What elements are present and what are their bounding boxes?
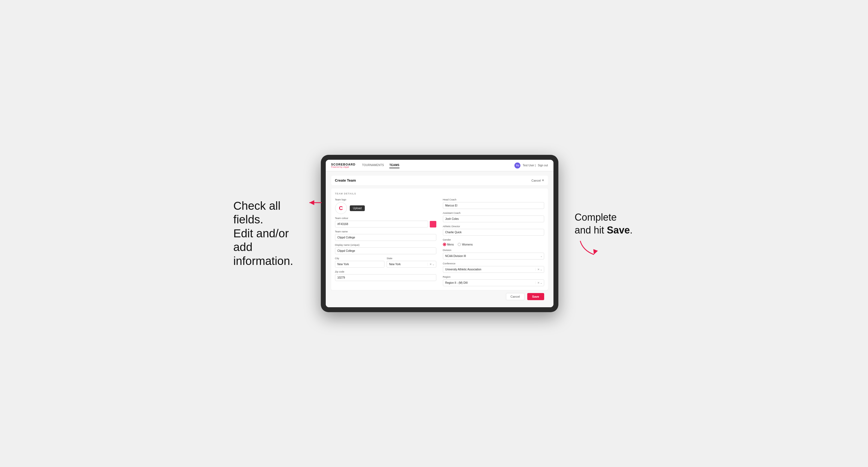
nav-logo: SCOREBOARD Powered by clippd — [331, 163, 355, 168]
form-container: TEAM DETAILS Team logo C Upload — [331, 188, 548, 290]
city-state-row: City State New York — [335, 257, 436, 268]
right-column: Head Coach Assistant Coach — [443, 198, 544, 286]
head-coach-input[interactable] — [443, 202, 544, 209]
nav-right: TU Test User | Sign out — [515, 162, 548, 168]
team-name-label: Team name — [335, 230, 436, 233]
state-value: New York — [387, 261, 428, 268]
region-group: Region Region II - (M) DIII ✕ ⌄ — [443, 276, 544, 286]
conference-chevron-button[interactable]: ⌄ — [540, 268, 542, 271]
conference-select-wrapper: University Athletic Association ✕ ⌄ — [443, 266, 544, 273]
state-actions: ✕ ⌄ — [428, 263, 436, 266]
city-state-group: City State New York — [335, 257, 436, 268]
zip-label: Zip code — [335, 270, 436, 273]
region-clear-button[interactable]: ✕ — [537, 281, 539, 284]
logo-area: C Upload — [335, 202, 436, 214]
state-group: State New York ✕ ⌄ — [386, 257, 436, 268]
zip-group: Zip code — [335, 270, 436, 281]
region-value: Region II - (M) DIII — [443, 280, 535, 286]
region-label: Region — [443, 276, 544, 278]
cancel-button[interactable]: Cancel — [506, 293, 525, 300]
conference-group: Conference University Athletic Associati… — [443, 262, 544, 273]
athletic-director-input[interactable] — [443, 229, 544, 236]
state-clear-button[interactable]: ✕ — [430, 263, 432, 266]
division-group: Division NCAA Division III ⌄ — [443, 249, 544, 259]
display-name-label: Display name (unique) — [335, 244, 436, 246]
gender-womens-label: Womens — [462, 243, 473, 246]
left-column: Team logo C Upload Team colour — [335, 198, 436, 286]
athletic-director-group: Athletic Director — [443, 225, 544, 236]
gender-mens-label: Mens — [447, 243, 454, 246]
logo-circle: C — [335, 202, 347, 214]
nav-bar: SCOREBOARD Powered by clippd TOURNAMENTS… — [326, 160, 554, 171]
page-title-bar: Create Team Cancel ✕ — [331, 176, 548, 185]
head-coach-label: Head Coach — [443, 198, 544, 201]
gender-mens-option[interactable]: Mens — [443, 243, 454, 246]
nav-link-tournaments[interactable]: TOURNAMENTS — [362, 162, 384, 168]
state-label: State — [386, 257, 436, 260]
color-swatch[interactable] — [430, 221, 436, 227]
head-coach-group: Head Coach — [443, 198, 544, 209]
assistant-coach-group: Assistant Coach — [443, 212, 544, 222]
conference-clear-button[interactable]: ✕ — [537, 268, 539, 271]
display-name-input[interactable] — [335, 247, 436, 254]
conference-value: University Athletic Association — [443, 266, 535, 273]
section-title: TEAM DETAILS — [335, 192, 544, 195]
conference-label: Conference — [443, 262, 544, 265]
left-annotation: Check all fields. Edit and/or add inform… — [234, 199, 305, 268]
content-area: Create Team Cancel ✕ TEAM DETAILS — [326, 171, 554, 307]
cancel-top-link[interactable]: Cancel ✕ — [531, 179, 544, 182]
team-colour-input[interactable] — [335, 221, 428, 227]
state-chevron-button[interactable]: ⌄ — [432, 263, 434, 266]
upload-button[interactable]: Upload — [350, 206, 365, 211]
gender-radio-group: Mens Womens — [443, 243, 544, 246]
assistant-coach-input[interactable] — [443, 216, 544, 222]
city-group: City — [335, 257, 385, 268]
gender-label: Gender — [443, 239, 544, 241]
athletic-director-label: Athletic Director — [443, 225, 544, 228]
team-colour-group: Team colour — [335, 217, 436, 227]
assistant-coach-label: Assistant Coach — [443, 212, 544, 214]
nav-link-teams[interactable]: TEAMS — [390, 162, 399, 168]
tablet-screen: SCOREBOARD Powered by clippd TOURNAMENTS… — [326, 160, 554, 307]
team-name-input[interactable] — [335, 234, 436, 241]
display-name-group: Display name (unique) — [335, 244, 436, 254]
nav-user-text: Test User | — [523, 164, 536, 167]
left-arrow-icon — [307, 197, 323, 208]
division-select-wrapper: NCAA Division III ⌄ — [443, 253, 544, 259]
gender-mens-radio[interactable] — [443, 243, 446, 246]
nav-links: TOURNAMENTS TEAMS — [362, 162, 515, 168]
form-grid: Team logo C Upload Team colour — [335, 198, 544, 286]
region-select-wrapper: Region II - (M) DIII ✕ ⌄ — [443, 279, 544, 286]
gender-womens-radio[interactable] — [458, 243, 461, 246]
team-logo-group: Team logo C Upload — [335, 198, 436, 214]
region-actions: ✕ ⌄ — [535, 281, 544, 284]
color-input-wrapper — [335, 221, 436, 227]
division-label: Division — [443, 249, 544, 251]
team-name-group: Team name — [335, 230, 436, 241]
city-input[interactable] — [335, 261, 385, 268]
right-annotation-wrapper: Complete and hit Save. — [575, 211, 635, 256]
gender-womens-option[interactable]: Womens — [458, 243, 473, 246]
state-select-wrapper: New York ✕ ⌄ — [386, 261, 436, 268]
save-button[interactable]: Save — [527, 293, 544, 300]
tablet-frame: SCOREBOARD Powered by clippd TOURNAMENTS… — [321, 155, 558, 312]
nav-signout-link[interactable]: Sign out — [538, 164, 548, 167]
nav-avatar: TU — [515, 162, 520, 168]
team-logo-label: Team logo — [335, 198, 436, 201]
zip-input[interactable] — [335, 274, 436, 281]
team-colour-label: Team colour — [335, 217, 436, 220]
conference-actions: ✕ ⌄ — [535, 268, 544, 271]
form-footer: Cancel Save — [331, 290, 548, 303]
region-chevron-button[interactable]: ⌄ — [540, 281, 542, 284]
gender-group: Gender Mens Womens — [443, 239, 544, 246]
page-title: Create Team — [335, 178, 356, 182]
city-label: City — [335, 257, 385, 260]
logo-subtitle: Powered by clippd — [331, 166, 355, 168]
right-annotation: Complete and hit Save. — [575, 211, 635, 237]
logo-title: SCOREBOARD — [331, 163, 355, 166]
division-select[interactable]: NCAA Division III — [443, 253, 544, 259]
right-arrow-icon — [578, 240, 599, 256]
